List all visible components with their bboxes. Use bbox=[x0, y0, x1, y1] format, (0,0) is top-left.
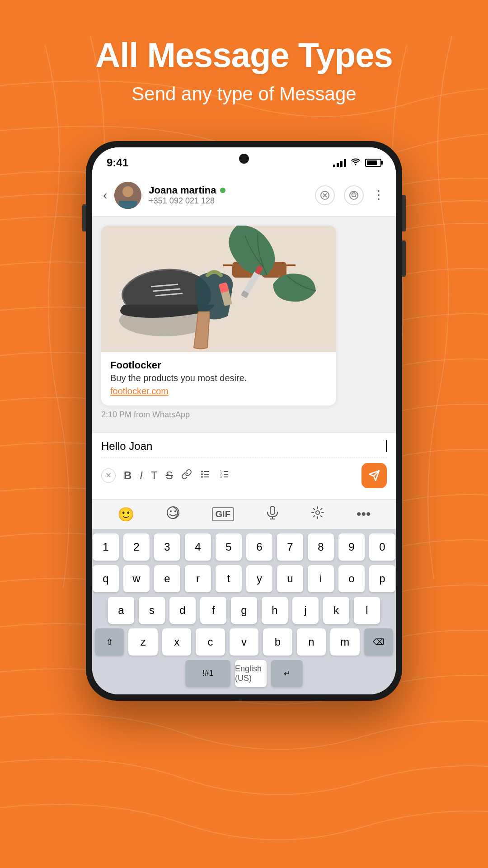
svg-point-26 bbox=[201, 471, 203, 472]
keyboard: 1 2 3 4 5 6 7 8 9 0 q w e r t bbox=[92, 529, 396, 694]
signal-bar-2 bbox=[337, 163, 339, 167]
microphone-button[interactable] bbox=[266, 506, 279, 523]
backspace-key[interactable]: ⌫ bbox=[364, 628, 393, 656]
space-key[interactable]: English (US) bbox=[235, 660, 267, 687]
signal-bar-3 bbox=[340, 161, 343, 167]
key-h[interactable]: h bbox=[262, 597, 288, 624]
page-title: All Message Types bbox=[0, 36, 488, 74]
signal-icon bbox=[333, 158, 346, 167]
key-b[interactable]: b bbox=[263, 628, 292, 656]
input-area: Hello Joan × B I T S bbox=[92, 432, 396, 499]
key-r[interactable]: r bbox=[185, 565, 211, 592]
unordered-list-button[interactable] bbox=[200, 469, 211, 482]
strikethrough-button[interactable]: S bbox=[166, 469, 173, 482]
svg-rect-3 bbox=[119, 201, 137, 209]
dismiss-button[interactable] bbox=[315, 185, 335, 205]
key-g[interactable]: g bbox=[231, 597, 257, 624]
keyboard-asdf-row: a s d f g h j k l bbox=[95, 597, 393, 624]
svg-text:3: 3 bbox=[220, 475, 222, 478]
key-q[interactable]: q bbox=[93, 565, 119, 592]
message-brand: Footlocker bbox=[110, 359, 327, 371]
svg-point-28 bbox=[201, 476, 203, 478]
key-2[interactable]: 2 bbox=[123, 533, 150, 561]
key-1[interactable]: 1 bbox=[93, 533, 119, 561]
keyboard-bottom-row: !#1 English (US) ↵ bbox=[95, 660, 393, 687]
key-3[interactable]: 3 bbox=[154, 533, 180, 561]
key-s[interactable]: s bbox=[139, 597, 165, 624]
formatting-toolbar: × B I T S bbox=[101, 457, 387, 494]
status-icons bbox=[333, 157, 381, 168]
avatar bbox=[114, 182, 141, 209]
key-p[interactable]: p bbox=[369, 565, 395, 592]
wifi-icon bbox=[351, 157, 361, 168]
power-button bbox=[402, 195, 406, 231]
ordered-list-button[interactable]: 1 2 3 bbox=[219, 469, 230, 482]
battery-fill bbox=[367, 160, 377, 165]
key-5[interactable]: 5 bbox=[216, 533, 242, 561]
online-indicator bbox=[220, 188, 225, 193]
key-k[interactable]: k bbox=[323, 597, 349, 624]
key-i[interactable]: i bbox=[308, 565, 334, 592]
phone-frame: 9:41 bbox=[86, 141, 402, 701]
key-d[interactable]: d bbox=[169, 597, 196, 624]
bold-button[interactable]: B bbox=[124, 469, 131, 482]
send-button[interactable] bbox=[361, 463, 387, 488]
message-description: Buy the products you most desire. bbox=[110, 373, 327, 383]
phone-mockup: 9:41 bbox=[0, 141, 488, 701]
key-x[interactable]: x bbox=[162, 628, 191, 656]
chat-area: Footlocker Buy the products you most des… bbox=[92, 217, 396, 432]
phone-screen: 9:41 bbox=[92, 147, 396, 694]
svg-rect-38 bbox=[270, 506, 275, 514]
more-tools-button[interactable]: ••• bbox=[357, 506, 371, 522]
key-m[interactable]: m bbox=[330, 628, 359, 656]
status-time: 9:41 bbox=[107, 156, 128, 169]
key-9[interactable]: 9 bbox=[338, 533, 365, 561]
settings-button[interactable] bbox=[311, 506, 324, 523]
key-7[interactable]: 7 bbox=[277, 533, 303, 561]
message-link[interactable]: footlocker.com bbox=[110, 386, 327, 396]
key-l[interactable]: l bbox=[354, 597, 380, 624]
key-e[interactable]: e bbox=[154, 565, 180, 592]
clear-format-button[interactable]: × bbox=[101, 468, 116, 483]
shift-key[interactable]: ⇧ bbox=[95, 628, 124, 656]
page-subtitle: Send any type of Message bbox=[0, 83, 488, 105]
title-button[interactable]: T bbox=[151, 469, 158, 482]
key-n[interactable]: n bbox=[297, 628, 326, 656]
key-z[interactable]: z bbox=[128, 628, 157, 656]
key-8[interactable]: 8 bbox=[308, 533, 334, 561]
key-0[interactable]: 0 bbox=[369, 533, 395, 561]
gif-button[interactable]: GIF bbox=[212, 507, 234, 521]
emoji-button[interactable]: 🙂 bbox=[117, 506, 134, 522]
key-6[interactable]: 6 bbox=[246, 533, 272, 561]
text-cursor bbox=[386, 440, 387, 452]
key-w[interactable]: w bbox=[123, 565, 150, 592]
contact-number: +351 092 021 128 bbox=[149, 196, 308, 206]
key-u[interactable]: u bbox=[277, 565, 303, 592]
symbol-key[interactable]: !#1 bbox=[185, 660, 230, 687]
key-t[interactable]: t bbox=[216, 565, 242, 592]
italic-button[interactable]: I bbox=[140, 469, 143, 482]
key-y[interactable]: y bbox=[246, 565, 272, 592]
sticker-button[interactable] bbox=[166, 506, 180, 523]
key-o[interactable]: o bbox=[338, 565, 365, 592]
key-4[interactable]: 4 bbox=[185, 533, 211, 561]
more-options-button[interactable]: ⋮ bbox=[373, 188, 385, 202]
key-v[interactable]: v bbox=[230, 628, 258, 656]
message-image bbox=[101, 226, 336, 352]
link-button[interactable] bbox=[181, 469, 192, 482]
svg-point-41 bbox=[316, 511, 319, 514]
signal-bar-4 bbox=[344, 159, 346, 167]
key-spacer-right bbox=[385, 597, 393, 624]
key-c[interactable]: c bbox=[196, 628, 225, 656]
key-f[interactable]: f bbox=[200, 597, 226, 624]
key-j[interactable]: j bbox=[292, 597, 319, 624]
cart-button[interactable] bbox=[344, 185, 364, 205]
chat-header: ‹ Joana martina +351 092 021 128 bbox=[92, 175, 396, 217]
battery-icon bbox=[365, 159, 381, 167]
key-a[interactable]: a bbox=[108, 597, 134, 624]
svg-point-36 bbox=[170, 510, 172, 512]
back-button[interactable]: ‹ bbox=[103, 188, 107, 203]
volume-button bbox=[402, 241, 406, 277]
return-key[interactable]: ↵ bbox=[271, 660, 303, 687]
header-actions: ⋮ bbox=[315, 185, 385, 205]
